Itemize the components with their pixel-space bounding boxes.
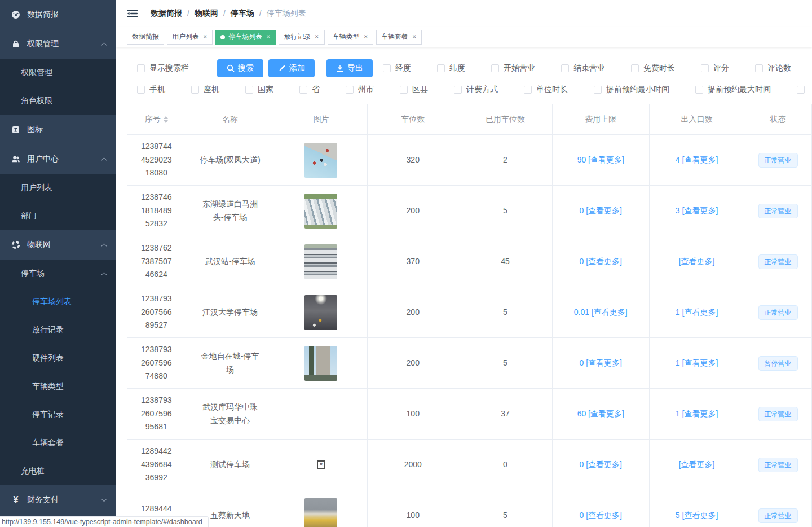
- checkbox-landline[interactable]: 座机: [191, 85, 219, 95]
- add-button[interactable]: 添加: [268, 59, 315, 77]
- checkbox-free-duration[interactable]: 免费时长: [631, 63, 675, 73]
- view-more-link[interactable]: 1 [查看更多]: [676, 358, 718, 367]
- checkbox-billing-method[interactable]: 计费方式: [454, 85, 498, 95]
- checkbox-icon[interactable]: [701, 64, 709, 72]
- view-more-link[interactable]: 90 [查看更多]: [577, 155, 624, 164]
- view-more-link[interactable]: 60 [查看更多]: [577, 409, 624, 418]
- view-more-link[interactable]: 4 [查看更多]: [676, 155, 718, 164]
- checkbox-clipped[interactable]: [797, 86, 809, 94]
- checkbox-icon[interactable]: [695, 86, 703, 94]
- checkbox-icon[interactable]: [454, 86, 462, 94]
- view-more-link[interactable]: [查看更多]: [679, 460, 715, 469]
- checkbox-icon[interactable]: [400, 86, 408, 94]
- tab-vehicle-types[interactable]: 车辆类型: [328, 30, 373, 45]
- parking-photo[interactable]: [304, 346, 337, 381]
- view-more-link[interactable]: 0 [查看更多]: [580, 511, 622, 520]
- column-header-seq[interactable]: 序号: [127, 104, 186, 135]
- checkbox-unit-duration[interactable]: 单位时长: [524, 85, 568, 95]
- view-more-link[interactable]: 5 [查看更多]: [676, 511, 718, 520]
- tab-close-icon[interactable]: [202, 34, 208, 40]
- checkbox-longitude[interactable]: 经度: [383, 63, 411, 73]
- view-more-link[interactable]: 0.01 [查看更多]: [574, 308, 628, 317]
- sidebar-item-vehicle-packages[interactable]: 车辆套餐: [0, 429, 116, 457]
- tab-parking-list[interactable]: 停车场列表: [215, 30, 276, 45]
- checkbox-open-time[interactable]: 开始营业: [491, 63, 535, 73]
- checkbox-country[interactable]: 国家: [245, 85, 273, 95]
- sidebar-item-user-list[interactable]: 用户列表: [0, 174, 116, 202]
- view-more-link[interactable]: 1 [查看更多]: [676, 409, 718, 418]
- checkbox-district[interactable]: 区县: [400, 85, 428, 95]
- tab-user-list[interactable]: 用户列表: [167, 30, 213, 45]
- sidebar-item-pass-records[interactable]: 放行记录: [0, 316, 116, 344]
- view-more-link[interactable]: 0 [查看更多]: [580, 358, 622, 367]
- cell-used: 5: [458, 186, 552, 236]
- view-more-link[interactable]: 0 [查看更多]: [580, 460, 622, 469]
- sort-carets-icon[interactable]: [164, 116, 168, 123]
- checkbox-province[interactable]: 省: [299, 85, 320, 95]
- parking-photo[interactable]: [304, 244, 337, 279]
- view-more-link[interactable]: 0 [查看更多]: [580, 206, 622, 215]
- view-more-link[interactable]: 0 [查看更多]: [580, 257, 622, 266]
- cell-fee: 0 [查看更多]: [552, 186, 649, 236]
- sidebar-item-parking[interactable]: 停车场: [0, 260, 116, 288]
- view-more-link[interactable]: 3 [查看更多]: [676, 206, 718, 215]
- checkbox-review-count[interactable]: 评论数: [755, 63, 791, 73]
- tab-close-icon[interactable]: [266, 34, 271, 40]
- sidebar-item-permissions[interactable]: 权限管理: [0, 29, 116, 59]
- sidebar-item-user-center[interactable]: 用户中心: [0, 144, 116, 174]
- checkbox-icon[interactable]: [346, 86, 354, 94]
- sidebar-item-role-permission[interactable]: 角色权限: [0, 87, 116, 115]
- tab-dashboard[interactable]: 数据简报: [127, 30, 164, 45]
- sidebar-item-dashboard[interactable]: 数据简报: [0, 0, 116, 29]
- checkbox-latitude[interactable]: 纬度: [437, 63, 465, 73]
- checkbox-icon[interactable]: [245, 86, 253, 94]
- sidebar-item-parking-list[interactable]: 停车场列表: [0, 288, 116, 316]
- checkbox-icon[interactable]: [137, 86, 145, 94]
- checkbox-show-search-bar[interactable]: 显示搜索栏: [137, 63, 189, 73]
- tab-close-icon[interactable]: [314, 34, 319, 40]
- view-more-link[interactable]: [查看更多]: [679, 257, 715, 266]
- sidebar-item-parking-records[interactable]: 停车记录: [0, 401, 116, 429]
- parking-photo[interactable]: [304, 498, 337, 527]
- sidebar-item-department[interactable]: 部门: [0, 202, 116, 230]
- sidebar-item-iot[interactable]: 物联网: [0, 230, 116, 260]
- sidebar-item-finance[interactable]: ¥ 财务支付: [0, 485, 116, 515]
- sidebar-toggle-icon[interactable]: [127, 9, 138, 18]
- sidebar-item-permission-mgmt[interactable]: 权限管理: [0, 59, 116, 87]
- sidebar-item-icons[interactable]: 图标: [0, 115, 116, 144]
- sidebar-item-hardware-list[interactable]: 硬件列表: [0, 344, 116, 372]
- breadcrumb-item[interactable]: 数据简报: [151, 8, 195, 19]
- parking-photo[interactable]: [304, 194, 337, 229]
- checkbox-max-advance-booking[interactable]: 提前预约最大时间: [695, 85, 771, 95]
- tab-pass-records[interactable]: 放行记录: [279, 30, 324, 45]
- checkbox-icon[interactable]: [191, 86, 199, 94]
- checkbox-rating[interactable]: 评分: [701, 63, 729, 73]
- tab-close-icon[interactable]: [412, 34, 417, 40]
- checkbox-min-advance-booking[interactable]: 提前预约最小时间: [594, 85, 669, 95]
- sidebar-item-charging-piles[interactable]: 充电桩: [0, 457, 116, 485]
- checkbox-icon[interactable]: [594, 86, 602, 94]
- checkbox-icon[interactable]: [561, 64, 569, 72]
- checkbox-icon[interactable]: [437, 64, 445, 72]
- checkbox-icon[interactable]: [755, 64, 763, 72]
- view-more-link[interactable]: 1 [查看更多]: [676, 308, 718, 317]
- parking-photo[interactable]: [304, 295, 337, 330]
- tab-close-icon[interactable]: [363, 34, 368, 40]
- tab-vehicle-packages[interactable]: 车辆套餐: [376, 30, 422, 45]
- breadcrumb-item[interactable]: 停车场: [231, 8, 267, 19]
- checkbox-icon[interactable]: [524, 86, 532, 94]
- checkbox-icon[interactable]: [797, 86, 805, 94]
- checkbox-icon[interactable]: [631, 64, 639, 72]
- export-button[interactable]: 导出: [326, 59, 373, 77]
- checkbox-icon[interactable]: [299, 86, 307, 94]
- parking-photo[interactable]: [304, 143, 337, 178]
- checkbox-icon[interactable]: [383, 64, 391, 72]
- checkbox-city[interactable]: 州市: [346, 85, 374, 95]
- breadcrumb-item[interactable]: 物联网: [195, 8, 231, 19]
- checkbox-close-time[interactable]: 结束营业: [561, 63, 605, 73]
- checkbox-icon[interactable]: [137, 64, 145, 72]
- search-button[interactable]: 搜索: [217, 59, 263, 77]
- checkbox-mobile[interactable]: 手机: [137, 85, 165, 95]
- sidebar-item-vehicle-types[interactable]: 车辆类型: [0, 372, 116, 401]
- checkbox-icon[interactable]: [491, 64, 499, 72]
